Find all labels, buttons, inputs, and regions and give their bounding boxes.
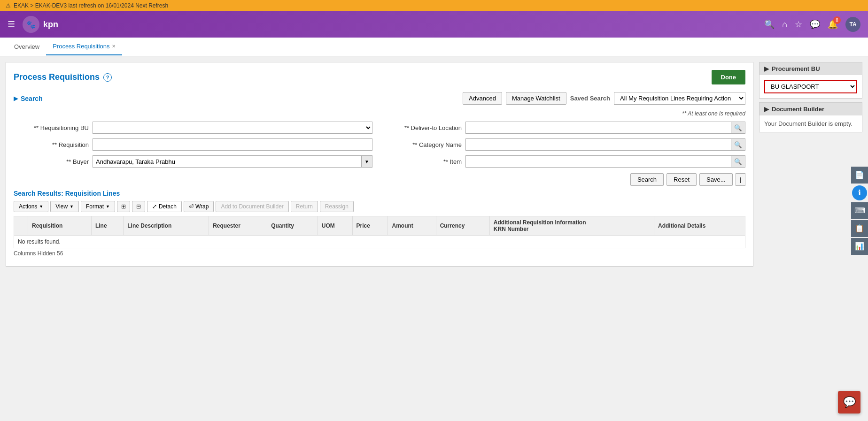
done-button[interactable]: Done: [712, 70, 746, 84]
procurement-bu-body: BU GLASPOORT: [760, 75, 862, 98]
col-line: Line: [91, 216, 123, 236]
page-title-area: Process Requisitions ?: [14, 72, 112, 82]
format-button[interactable]: Format ▼: [81, 201, 115, 212]
item-input[interactable]: [466, 156, 731, 167]
hamburger-menu-icon[interactable]: ☰: [8, 19, 15, 30]
col-line-description: Line Description: [124, 216, 209, 236]
chart-float-btn[interactable]: 📊: [851, 238, 868, 255]
requisition-row: ** Requisition: [14, 138, 372, 151]
close-tab-icon[interactable]: ✕: [112, 44, 116, 49]
avatar-initials: TA: [849, 21, 856, 28]
actions-button[interactable]: Actions ▼: [14, 201, 48, 212]
help-button[interactable]: ?: [103, 73, 112, 82]
section-triangle-icon: ▶: [14, 95, 18, 102]
advanced-button[interactable]: Advanced: [463, 92, 502, 105]
item-row: ** Item 🔍: [387, 155, 745, 168]
deliver-to-location-search-btn[interactable]: 🔍: [731, 122, 745, 133]
search-section-header: ▶ Search Advanced Manage Watchlist Saved…: [14, 92, 745, 105]
buyer-dropdown-btn[interactable]: ▼: [361, 156, 372, 167]
manage-watchlist-button[interactable]: Manage Watchlist: [506, 92, 566, 105]
warning-icon: ⚠: [6, 2, 11, 9]
doc2-float-btn[interactable]: 📋: [851, 220, 868, 237]
tab-overview[interactable]: Overview: [8, 38, 46, 55]
deliver-to-location-input[interactable]: [466, 122, 731, 133]
search-results-section: Search Results: Requisition Lines Action…: [14, 190, 745, 259]
format-arrow-icon: ▼: [106, 204, 110, 209]
procurement-bu-header: ▶ Procurement BU: [760, 62, 862, 75]
keyboard-float-btn[interactable]: ⌨: [851, 202, 868, 219]
save-button[interactable]: Save...: [699, 173, 732, 186]
notification-badge: 8: [833, 16, 841, 24]
return-button[interactable]: Return: [291, 201, 318, 212]
main-content: Process Requisitions ? Done ▶ Search Adv…: [6, 62, 753, 267]
search-action-row: Search Reset Save... |: [14, 173, 745, 186]
chat-icon[interactable]: 💬: [810, 19, 820, 30]
item-search-btn[interactable]: 🔍: [731, 156, 745, 167]
search-icon[interactable]: 🔍: [764, 19, 775, 30]
doc-float-btn[interactable]: 📄: [851, 167, 868, 184]
tab-overview-label: Overview: [14, 43, 39, 50]
requisitioning-bu-row: ** Requisitioning BU: [14, 122, 372, 134]
logo-text: kpn: [43, 20, 58, 30]
return-label: Return: [296, 203, 313, 210]
collapse-button[interactable]: |: [736, 173, 745, 186]
detach-button[interactable]: ⤢ Detach: [147, 201, 182, 212]
deliver-to-location-wrap: 🔍: [465, 122, 745, 134]
tab-process-requisitions[interactable]: Process Requisitions ✕: [46, 38, 122, 55]
info-float-btn[interactable]: ℹ: [852, 185, 867, 200]
home-icon[interactable]: ⌂: [782, 20, 787, 30]
col-requester: Requester: [209, 216, 267, 236]
col-additional-req-info: Additional Requisition InformationKRN Nu…: [489, 216, 654, 236]
logo: 🐾 kpn: [23, 16, 58, 33]
category-name-wrap: 🔍: [465, 138, 745, 151]
document-builder-empty-text: Your Document Builder is empty.: [764, 120, 852, 127]
tab-process-requisitions-label: Process Requisitions: [53, 43, 109, 50]
col-quantity: Quantity: [267, 216, 318, 236]
star-icon[interactable]: ☆: [795, 19, 802, 30]
requisitioning-bu-select[interactable]: [93, 122, 372, 134]
deliver-to-location-label: ** Deliver-to Location: [387, 124, 462, 131]
columns-icon-btn[interactable]: ⊟: [132, 201, 145, 212]
procurement-bu-label: Procurement BU: [772, 65, 820, 72]
page-title: Process Requisitions: [14, 72, 100, 82]
add-to-doc-button[interactable]: Add to Document Builder: [216, 201, 288, 212]
warning-bar: ⚠ EKAK > EKAK-DEV3 last refresh on 16/01…: [0, 0, 868, 11]
reassign-button[interactable]: Reassign: [320, 201, 354, 212]
col-uom: UOM: [318, 216, 352, 236]
buyer-input[interactable]: [93, 156, 361, 167]
main-layout: Process Requisitions ? Done ▶ Search Adv…: [0, 56, 868, 272]
user-avatar[interactable]: TA: [845, 17, 860, 32]
procurement-bu-triangle-icon: ▶: [764, 65, 769, 72]
requisition-input[interactable]: [93, 138, 372, 151]
no-results-row: No results found.: [14, 236, 745, 248]
reset-button[interactable]: Reset: [666, 173, 697, 186]
actions-arrow-icon: ▼: [39, 204, 43, 209]
results-table: Requisition Line Line Description Reques…: [14, 216, 745, 248]
warning-text: EKAK > EKAK-DEV3 last refresh on 16/01/2…: [14, 2, 168, 9]
notification-icon[interactable]: 🔔 8: [828, 19, 838, 30]
item-label: ** Item: [387, 158, 462, 165]
document-builder-label: Document Builder: [772, 106, 824, 113]
search-button[interactable]: Search: [630, 173, 664, 186]
search-label: Search: [21, 95, 43, 102]
search-form-grid: ** Requisitioning BU ** Requisition ** B…: [14, 122, 745, 168]
category-name-search-btn[interactable]: 🔍: [731, 139, 745, 150]
format-label: Format: [86, 203, 104, 210]
logo-icon: 🐾: [23, 16, 39, 33]
procurement-bu-select[interactable]: BU GLASPOORT: [764, 80, 857, 93]
detach-label: Detach: [159, 203, 177, 210]
grid-icon-btn[interactable]: ⊞: [117, 201, 130, 212]
saved-search-select[interactable]: All My Requisition Lines Requiring Actio…: [614, 92, 745, 105]
buyer-row: ** Buyer ▼: [14, 155, 372, 168]
view-button[interactable]: View ▼: [50, 201, 79, 212]
saved-search-label: Saved Search: [570, 95, 610, 102]
category-name-label: ** Category Name: [387, 141, 462, 148]
header: ☰ 🐾 kpn 🔍 ⌂ ☆ 💬 🔔 8 TA: [0, 11, 868, 38]
wrap-button[interactable]: ⏎ Wrap: [184, 201, 214, 212]
results-title: Search Results: Requisition Lines: [14, 190, 745, 197]
results-toolbar: Actions ▼ View ▼ Format ▼ ⊞ ⊟ ⤢ Detach: [14, 201, 745, 212]
form-col-left: ** Requisitioning BU ** Requisition ** B…: [14, 122, 372, 168]
page-header: Process Requisitions ? Done: [14, 70, 745, 84]
category-name-input[interactable]: [466, 139, 731, 150]
buyer-input-wrap: ▼: [93, 155, 372, 168]
